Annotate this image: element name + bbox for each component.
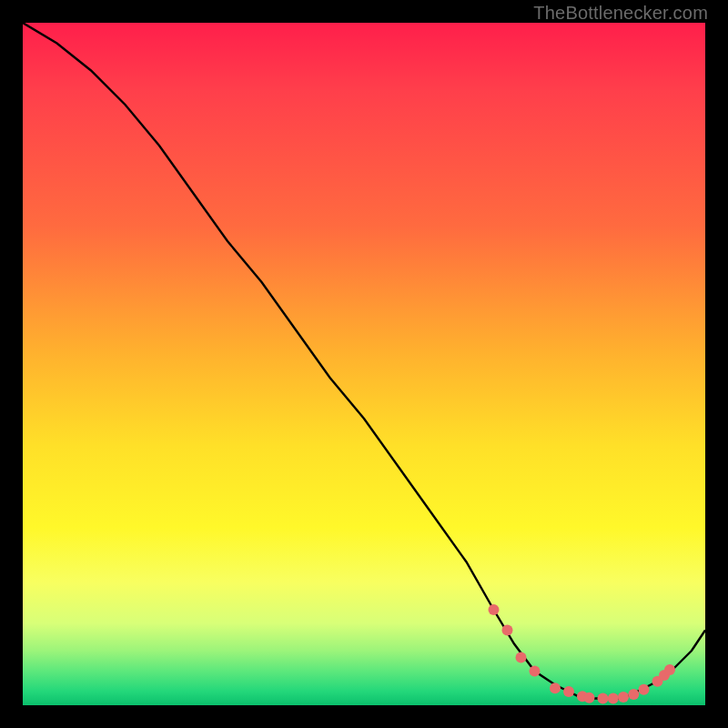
data-marker (664, 664, 675, 675)
data-marker (502, 625, 513, 636)
marker-group (489, 604, 676, 704)
data-marker (584, 693, 595, 703)
data-marker (608, 693, 619, 704)
data-marker (652, 676, 663, 687)
data-marker (489, 604, 500, 615)
watermark-text: TheBottlenecker.com (533, 3, 708, 24)
data-marker (598, 693, 609, 704)
data-marker (577, 691, 588, 702)
data-marker (563, 686, 574, 697)
data-marker (550, 682, 561, 693)
data-marker (516, 652, 527, 663)
data-marker (530, 666, 541, 677)
chart-svg (23, 23, 705, 705)
chart-plot-area (23, 23, 705, 705)
data-marker (628, 689, 639, 700)
bottleneck-curve (23, 23, 705, 699)
data-marker (618, 692, 629, 703)
data-marker (639, 684, 650, 695)
data-marker (659, 670, 670, 681)
chart-frame: TheBottlenecker.com (0, 0, 728, 728)
